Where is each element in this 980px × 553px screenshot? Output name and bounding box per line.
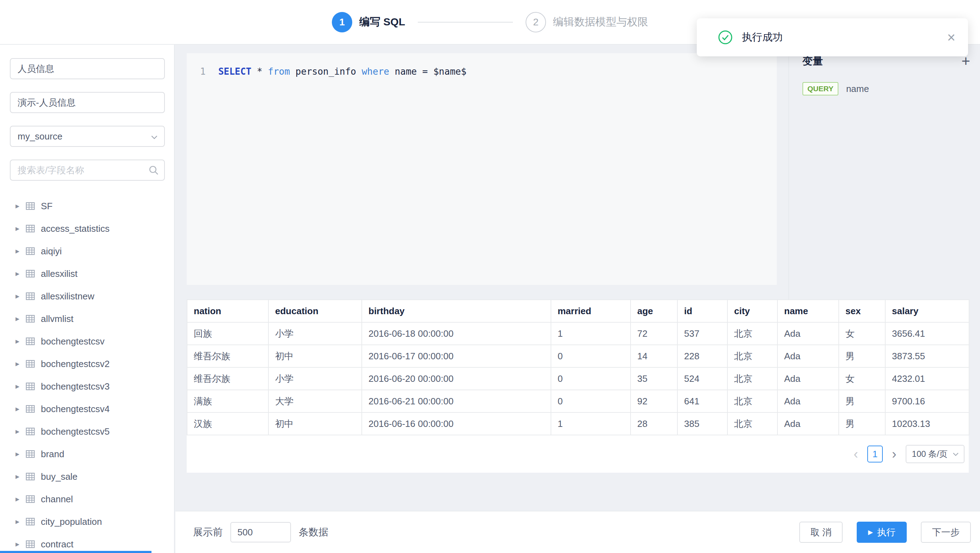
caret-right-icon: ▸ xyxy=(16,224,25,233)
table-name-label: buy_sale xyxy=(41,471,78,482)
results-cell: 回族 xyxy=(187,322,269,345)
table-tree-item[interactable]: ▸contract xyxy=(0,533,174,553)
table-tree-item[interactable]: ▸allvmlist xyxy=(0,307,174,330)
sql-model-editor-page: 1 编写 SQL 2 编辑数据模型与权限 执行成功 × my_source xyxy=(0,0,980,553)
datasource-select[interactable]: my_source xyxy=(10,126,165,147)
toast-message: 执行成功 xyxy=(742,30,947,44)
results-cell: 3656.41 xyxy=(885,322,969,345)
prev-page-icon[interactable]: ‹ xyxy=(854,447,858,461)
table-name-label: allesxilistnew xyxy=(41,291,94,302)
model-display-name-input[interactable] xyxy=(10,92,165,113)
caret-right-icon: ▸ xyxy=(16,472,25,481)
table-tree-item[interactable]: ▸access_statistics xyxy=(0,217,174,240)
sidebar-scrollbar-thumb[interactable] xyxy=(0,551,151,553)
column-header: married xyxy=(551,300,630,322)
results-cell: 0 xyxy=(551,367,630,390)
variable-row[interactable]: QUERYname xyxy=(802,82,980,95)
column-header: id xyxy=(678,300,727,322)
results-cell: 北京 xyxy=(727,345,778,367)
results-cell: 维吾尔族 xyxy=(187,367,269,390)
table-icon xyxy=(25,427,35,436)
column-header: name xyxy=(778,300,839,322)
results-cell: 女 xyxy=(839,322,885,345)
step-2-edit-model[interactable]: 2 编辑数据模型与权限 xyxy=(526,12,648,32)
results-cell: 4232.01 xyxy=(885,367,969,390)
table-tree-item[interactable]: ▸bochengtestcsv xyxy=(0,330,174,353)
table-name-label: bochengtestcsv5 xyxy=(41,426,110,437)
caret-right-icon: ▸ xyxy=(16,404,25,413)
cancel-button[interactable]: 取 消 xyxy=(799,522,843,543)
page-size-select[interactable]: 100 条/页 xyxy=(906,445,964,463)
column-header: nation xyxy=(187,300,269,322)
variable-type-badge: QUERY xyxy=(802,82,838,95)
caret-right-icon: ▸ xyxy=(16,540,25,549)
step-1-write-sql[interactable]: 1 编写 SQL xyxy=(332,12,405,32)
search-input[interactable] xyxy=(10,160,165,181)
action-buttons: 取 消 ▶ 执行 下一步 xyxy=(799,522,971,543)
caret-right-icon: ▸ xyxy=(16,450,25,459)
table-icon xyxy=(25,472,35,481)
table-icon xyxy=(25,269,35,279)
results-cell: 1 xyxy=(551,322,630,345)
table-tree-item[interactable]: ▸SF xyxy=(0,195,174,217)
caret-right-icon: ▸ xyxy=(16,292,25,301)
table-tree-item[interactable]: ▸bochengtestcsv2 xyxy=(0,353,174,375)
next-step-button[interactable]: 下一步 xyxy=(921,522,971,543)
results-cell: 3873.55 xyxy=(885,345,969,367)
table-tree-item[interactable]: ▸bochengtestcsv4 xyxy=(0,398,174,420)
results-cell: 1 xyxy=(551,412,630,435)
results-cell: 北京 xyxy=(727,367,778,390)
row-limit-input[interactable] xyxy=(231,522,291,542)
close-icon[interactable]: × xyxy=(947,30,955,44)
sql-token: where xyxy=(362,66,389,77)
table-tree-item[interactable]: ▸allesxilist xyxy=(0,262,174,285)
stepper: 1 编写 SQL 2 编辑数据模型与权限 xyxy=(332,12,648,32)
results-cell: 9700.16 xyxy=(885,390,969,412)
sql-token: name = $name$ xyxy=(389,66,466,77)
table-tree-item[interactable]: ▸aiqiyi xyxy=(0,240,174,262)
results-cell: 初中 xyxy=(269,412,362,435)
variables-title: 变量 xyxy=(802,54,823,68)
caret-right-icon: ▸ xyxy=(16,517,25,526)
step-1-label: 编写 SQL xyxy=(359,15,405,29)
run-button[interactable]: ▶ 执行 xyxy=(857,522,907,543)
results-cell: 92 xyxy=(630,390,678,412)
table-tree-item[interactable]: ▸bochengtestcsv5 xyxy=(0,420,174,443)
datasource-selected-value: my_source xyxy=(18,131,62,142)
column-header: sex xyxy=(839,300,885,322)
results-cell: 2016-06-21 00:00:00 xyxy=(362,390,551,412)
stepper-divider-line xyxy=(418,22,513,22)
caret-right-icon: ▸ xyxy=(16,427,25,436)
results-row: 汉族初中2016-06-16 00:00:00128385北京Ada男10203… xyxy=(187,412,969,435)
table-icon xyxy=(25,449,35,459)
table-tree-item[interactable]: ▸buy_sale xyxy=(0,465,174,488)
table-tree-item[interactable]: ▸allesxilistnew xyxy=(0,285,174,307)
results-table: nationeducationbirthdaymarriedageidcityn… xyxy=(187,299,969,435)
table-tree-item[interactable]: ▸bochengtestcsv3 xyxy=(0,375,174,398)
caret-right-icon: ▸ xyxy=(16,494,25,504)
table-tree-item[interactable]: ▸brand xyxy=(0,443,174,465)
sql-editor[interactable]: 1 SELECT * from person_info where name =… xyxy=(187,53,777,285)
variables-panel: 变量 + QUERYname xyxy=(788,45,980,299)
results-cell: 0 xyxy=(551,390,630,412)
sql-token: from xyxy=(268,66,290,77)
table-tree-item[interactable]: ▸city_population xyxy=(0,510,174,533)
results-row: 回族小学2016-06-18 00:00:00172537北京Ada女3656.… xyxy=(187,322,969,345)
current-page-button[interactable]: 1 xyxy=(867,446,883,462)
results-row: 维吾尔族初中2016-06-17 00:00:00014228北京Ada男387… xyxy=(187,345,969,367)
variable-name: name xyxy=(846,83,869,94)
results-cell: 14 xyxy=(630,345,678,367)
table-icon xyxy=(25,359,35,369)
results-cell: 641 xyxy=(678,390,727,412)
table-tree-item[interactable]: ▸channel xyxy=(0,488,174,510)
next-page-icon[interactable]: › xyxy=(892,447,897,461)
model-name-input[interactable] xyxy=(10,58,165,79)
table-name-label: channel xyxy=(41,494,73,505)
results-cell: 0 xyxy=(551,345,630,367)
caret-right-icon: ▸ xyxy=(16,382,25,391)
success-toast: 执行成功 × xyxy=(697,18,968,56)
results-cell: 385 xyxy=(678,412,727,435)
table-name-label: bochengtestcsv2 xyxy=(41,359,110,369)
table-tree: ▸SF▸access_statistics▸aiqiyi▸allesxilist… xyxy=(0,195,174,553)
results-cell: 北京 xyxy=(727,412,778,435)
